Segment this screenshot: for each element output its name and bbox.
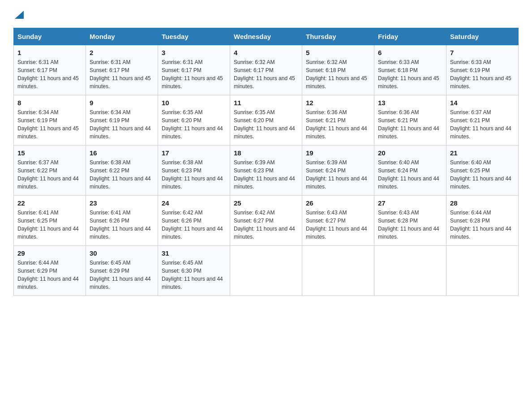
calendar-cell: 23 Sunrise: 6:41 AM Sunset: 6:26 PM Dayl… [86, 196, 158, 246]
day-number: 12 [306, 99, 370, 107]
calendar-cell: 10 Sunrise: 6:35 AM Sunset: 6:20 PM Dayl… [158, 95, 230, 146]
day-info: Sunrise: 6:38 AM Sunset: 6:22 PM Dayligh… [90, 158, 154, 191]
day-info: Sunrise: 6:42 AM Sunset: 6:27 PM Dayligh… [234, 209, 298, 241]
day-number: 26 [306, 199, 370, 207]
day-info: Sunrise: 6:41 AM Sunset: 6:25 PM Dayligh… [17, 209, 82, 241]
calendar-cell: 12 Sunrise: 6:36 AM Sunset: 6:21 PM Dayl… [302, 95, 374, 146]
column-header-saturday: Saturday [446, 28, 519, 45]
day-info: Sunrise: 6:36 AM Sunset: 6:21 PM Dayligh… [378, 108, 442, 141]
calendar-cell: 8 Sunrise: 6:34 AM Sunset: 6:19 PM Dayli… [14, 95, 86, 146]
calendar-cell: 25 Sunrise: 6:42 AM Sunset: 6:27 PM Dayl… [230, 196, 302, 246]
day-number: 20 [378, 149, 442, 157]
day-number: 18 [234, 149, 298, 157]
calendar-cell: 7 Sunrise: 6:33 AM Sunset: 6:19 PM Dayli… [446, 45, 519, 95]
day-number: 21 [450, 149, 515, 157]
day-info: Sunrise: 6:37 AM Sunset: 6:22 PM Dayligh… [17, 158, 82, 191]
day-info: Sunrise: 6:43 AM Sunset: 6:27 PM Dayligh… [306, 209, 370, 241]
week-row-3: 15 Sunrise: 6:37 AM Sunset: 6:22 PM Dayl… [14, 146, 519, 196]
day-info: Sunrise: 6:35 AM Sunset: 6:20 PM Dayligh… [234, 108, 298, 141]
day-number: 16 [90, 149, 154, 157]
calendar-cell: 31 Sunrise: 6:45 AM Sunset: 6:30 PM Dayl… [158, 246, 230, 296]
calendar-cell: 11 Sunrise: 6:35 AM Sunset: 6:20 PM Dayl… [230, 95, 302, 146]
day-number: 5 [306, 49, 370, 56]
day-info: Sunrise: 6:42 AM Sunset: 6:26 PM Dayligh… [162, 209, 226, 241]
column-header-friday: Friday [374, 28, 446, 45]
column-header-thursday: Thursday [302, 28, 374, 45]
calendar-cell: 5 Sunrise: 6:32 AM Sunset: 6:18 PM Dayli… [302, 45, 374, 95]
calendar-cell: 30 Sunrise: 6:45 AM Sunset: 6:29 PM Dayl… [86, 246, 158, 296]
column-header-wednesday: Wednesday [230, 28, 302, 45]
calendar-cell: 26 Sunrise: 6:43 AM Sunset: 6:27 PM Dayl… [302, 196, 374, 246]
day-info: Sunrise: 6:41 AM Sunset: 6:26 PM Dayligh… [90, 209, 154, 241]
calendar-cell: 19 Sunrise: 6:39 AM Sunset: 6:24 PM Dayl… [302, 146, 374, 196]
column-header-monday: Monday [86, 28, 158, 45]
day-number: 23 [90, 199, 154, 207]
calendar-cell: 16 Sunrise: 6:38 AM Sunset: 6:22 PM Dayl… [86, 146, 158, 196]
day-info: Sunrise: 6:40 AM Sunset: 6:24 PM Dayligh… [378, 158, 442, 191]
day-number: 13 [378, 99, 442, 107]
day-number: 10 [162, 99, 226, 107]
logo-triangle-icon [15, 9, 24, 19]
day-info: Sunrise: 6:31 AM Sunset: 6:17 PM Dayligh… [90, 58, 154, 90]
day-info: Sunrise: 6:31 AM Sunset: 6:17 PM Dayligh… [162, 58, 226, 90]
day-number: 30 [90, 249, 154, 257]
day-number: 27 [378, 199, 442, 207]
day-number: 28 [450, 199, 515, 207]
day-info: Sunrise: 6:36 AM Sunset: 6:21 PM Dayligh… [306, 108, 370, 141]
day-number: 9 [90, 99, 154, 107]
calendar-cell: 27 Sunrise: 6:43 AM Sunset: 6:28 PM Dayl… [374, 196, 446, 246]
calendar-cell: 24 Sunrise: 6:42 AM Sunset: 6:26 PM Dayl… [158, 196, 230, 246]
day-info: Sunrise: 6:38 AM Sunset: 6:23 PM Dayligh… [162, 158, 226, 191]
day-number: 8 [17, 99, 82, 107]
calendar-cell [446, 246, 519, 296]
day-info: Sunrise: 6:32 AM Sunset: 6:18 PM Dayligh… [306, 58, 370, 90]
calendar-cell: 1 Sunrise: 6:31 AM Sunset: 6:17 PM Dayli… [14, 45, 86, 95]
day-info: Sunrise: 6:44 AM Sunset: 6:29 PM Dayligh… [17, 259, 82, 291]
column-header-tuesday: Tuesday [158, 28, 230, 45]
calendar-table: SundayMondayTuesdayWednesdayThursdayFrid… [13, 28, 519, 296]
day-info: Sunrise: 6:32 AM Sunset: 6:17 PM Dayligh… [234, 58, 298, 90]
day-number: 31 [162, 249, 226, 257]
calendar-cell: 9 Sunrise: 6:34 AM Sunset: 6:19 PM Dayli… [86, 95, 158, 146]
calendar-cell: 21 Sunrise: 6:40 AM Sunset: 6:25 PM Dayl… [446, 146, 519, 196]
day-info: Sunrise: 6:43 AM Sunset: 6:28 PM Dayligh… [378, 209, 442, 241]
day-number: 29 [17, 249, 82, 257]
calendar-cell [374, 246, 446, 296]
calendar-cell: 4 Sunrise: 6:32 AM Sunset: 6:17 PM Dayli… [230, 45, 302, 95]
day-info: Sunrise: 6:44 AM Sunset: 6:28 PM Dayligh… [450, 209, 515, 241]
calendar-cell [230, 246, 302, 296]
day-info: Sunrise: 6:45 AM Sunset: 6:29 PM Dayligh… [90, 259, 154, 291]
calendar-cell: 2 Sunrise: 6:31 AM Sunset: 6:17 PM Dayli… [86, 45, 158, 95]
week-row-5: 29 Sunrise: 6:44 AM Sunset: 6:29 PM Dayl… [14, 246, 519, 296]
calendar-header-row: SundayMondayTuesdayWednesdayThursdayFrid… [14, 28, 519, 45]
day-info: Sunrise: 6:37 AM Sunset: 6:21 PM Dayligh… [450, 108, 515, 141]
day-info: Sunrise: 6:45 AM Sunset: 6:30 PM Dayligh… [162, 259, 226, 291]
day-number: 17 [162, 149, 226, 157]
day-info: Sunrise: 6:31 AM Sunset: 6:17 PM Dayligh… [17, 58, 82, 90]
day-number: 7 [450, 49, 515, 56]
calendar-cell: 14 Sunrise: 6:37 AM Sunset: 6:21 PM Dayl… [446, 95, 519, 146]
day-number: 2 [90, 49, 154, 56]
week-row-2: 8 Sunrise: 6:34 AM Sunset: 6:19 PM Dayli… [14, 95, 519, 146]
day-info: Sunrise: 6:34 AM Sunset: 6:19 PM Dayligh… [90, 108, 154, 141]
calendar-cell: 15 Sunrise: 6:37 AM Sunset: 6:22 PM Dayl… [14, 146, 86, 196]
day-info: Sunrise: 6:39 AM Sunset: 6:23 PM Dayligh… [234, 158, 298, 191]
day-info: Sunrise: 6:35 AM Sunset: 6:20 PM Dayligh… [162, 108, 226, 141]
column-header-sunday: Sunday [14, 28, 86, 45]
week-row-4: 22 Sunrise: 6:41 AM Sunset: 6:25 PM Dayl… [14, 196, 519, 246]
day-info: Sunrise: 6:33 AM Sunset: 6:19 PM Dayligh… [450, 58, 515, 90]
day-number: 1 [17, 49, 82, 56]
page-header [13, 9, 519, 19]
calendar-cell: 6 Sunrise: 6:33 AM Sunset: 6:18 PM Dayli… [374, 45, 446, 95]
calendar-cell: 3 Sunrise: 6:31 AM Sunset: 6:17 PM Dayli… [158, 45, 230, 95]
calendar-cell: 20 Sunrise: 6:40 AM Sunset: 6:24 PM Dayl… [374, 146, 446, 196]
day-number: 11 [234, 99, 298, 107]
calendar-cell [302, 246, 374, 296]
day-number: 6 [378, 49, 442, 56]
day-number: 24 [162, 199, 226, 207]
day-number: 19 [306, 149, 370, 157]
svg-marker-0 [15, 11, 24, 19]
calendar-cell: 22 Sunrise: 6:41 AM Sunset: 6:25 PM Dayl… [14, 196, 86, 246]
day-number: 3 [162, 49, 226, 56]
logo [13, 9, 24, 19]
